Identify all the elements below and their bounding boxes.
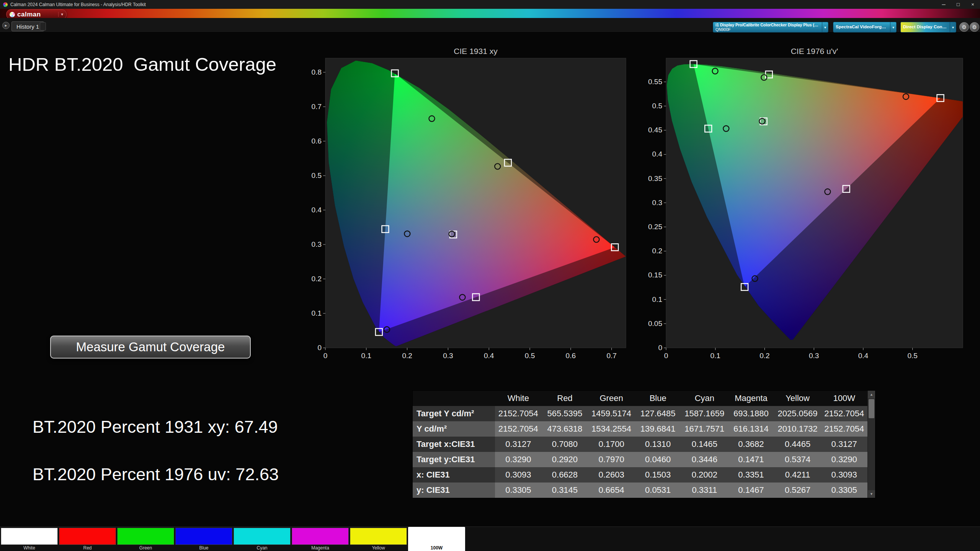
close-button[interactable]: × (965, 0, 980, 9)
svg-text:0: 0 (323, 352, 328, 360)
scroll-track[interactable] (868, 398, 875, 490)
maximize-button[interactable]: □ (951, 0, 965, 9)
table-scrollbar[interactable]: ▲ ▼ (867, 391, 875, 498)
history-tab-label: History 1 (16, 23, 39, 30)
tab-history-1[interactable]: History 1 (11, 21, 44, 31)
table-cell: 139.6841 (635, 421, 681, 437)
table-cell: 0.7080 (542, 437, 588, 452)
svg-text:0.2: 0.2 (402, 352, 412, 360)
app-icon (3, 2, 8, 7)
svg-text:0.1: 0.1 (312, 309, 322, 317)
table-header-row: WhiteRedGreenBlueCyanMagentaYellow100W (413, 391, 867, 406)
table-cell: 0.3305 (821, 483, 867, 498)
chevron-down-icon[interactable]: ▾ (58, 12, 63, 17)
table-row: Target x:CIE310.31270.70800.17000.13100.… (413, 437, 867, 452)
generator-label: SpectraCal VideoForge Pro (836, 24, 888, 29)
chevron-down-icon[interactable]: ▾ (822, 22, 828, 32)
window-titlebar: Calman 2024 Calman Ultimate for Business… (0, 0, 980, 9)
tab-stub[interactable] (40, 22, 46, 31)
swatch-color (350, 528, 407, 545)
column-header-red: Red (542, 391, 588, 406)
swatch-label: White (1, 545, 58, 551)
table-cell: 1534.2554 (588, 421, 635, 437)
scroll-down-button[interactable]: ▼ (868, 490, 875, 498)
svg-text:0.2: 0.2 (760, 352, 769, 360)
svg-text:0.5: 0.5 (907, 352, 917, 360)
gamut-table-body: WhiteRedGreenBlueCyanMagentaYellow100WTa… (413, 391, 867, 498)
row-label: x: CIE31 (413, 467, 495, 483)
swatch-color (408, 528, 465, 545)
svg-text:0.5: 0.5 (652, 102, 662, 110)
table-cell: 0.2920 (542, 452, 588, 467)
swatch-blue[interactable]: Blue (175, 527, 232, 551)
cie-1931-chart: 00.10.20.30.40.50.60.700.10.20.30.40.50.… (302, 54, 633, 363)
cie-1976-chart: 00.10.20.30.40.500.050.10.150.20.250.30.… (643, 54, 970, 363)
minimize-button[interactable]: ─ (936, 0, 951, 9)
calman-flower-icon (10, 12, 15, 17)
table-cell: 0.3127 (495, 437, 542, 452)
table-cell: 0.4465 (774, 437, 821, 452)
svg-text:0.6: 0.6 (566, 352, 576, 360)
gamut-table: WhiteRedGreenBlueCyanMagentaYellow100WTa… (413, 391, 875, 498)
expand-panel-button[interactable]: ▸ (2, 22, 10, 29)
measure-gamut-coverage-button[interactable]: Measure Gamut Coverage (50, 336, 251, 359)
table-cell: 0.4211 (774, 467, 821, 483)
table-cell: 0.2002 (681, 467, 728, 483)
swatch-bar: WhiteRedGreenBlueCyanMagentaYellow100W (1, 527, 465, 551)
table-cell: 0.6654 (588, 483, 635, 498)
table-cell: 2152.7054 (495, 421, 542, 437)
table-cell: 127.6485 (635, 406, 681, 421)
swatch-label: Blue (175, 545, 232, 551)
window-controls: ─ □ × (936, 0, 980, 9)
column-header-cyan: Cyan (681, 391, 728, 406)
table-cell: 0.1310 (635, 437, 681, 452)
window-title: Calman 2024 Calman Ultimate for Business… (10, 2, 146, 7)
coverage-result-1976: BT.2020 Percent 1976 uv: 72.63 (33, 465, 279, 484)
svg-text:0.05: 0.05 (648, 320, 662, 328)
svg-text:0.2: 0.2 (652, 247, 662, 255)
swatch-color (59, 528, 116, 545)
scroll-thumb[interactable] (869, 399, 874, 418)
svg-text:0: 0 (664, 352, 668, 360)
table-corner-cell (413, 391, 495, 406)
chevron-down-icon[interactable]: ▾ (890, 22, 896, 32)
scroll-down-icon: ▼ (870, 492, 873, 496)
swatch-cyan[interactable]: Cyan (234, 527, 291, 551)
meter-dropdown-colorimeter[interactable]: i1 Display Pro/Calibrite ColorChecker Di… (713, 22, 828, 33)
svg-text:0.3: 0.3 (652, 199, 662, 207)
svg-text:0: 0 (317, 344, 322, 352)
swatch-label: Green (117, 545, 174, 551)
scroll-up-button[interactable]: ▲ (868, 391, 875, 398)
row-label: y: CIE31 (413, 483, 495, 498)
swatch-yellow[interactable]: Yellow (350, 527, 407, 551)
swatch-red[interactable]: Red (59, 527, 116, 551)
table-cell: 2152.7054 (495, 406, 542, 421)
table-cell: 0.2603 (588, 467, 635, 483)
svg-text:0: 0 (658, 344, 662, 352)
colorimeter-display: QN900F (715, 27, 820, 32)
table-cell: 0.3311 (681, 483, 728, 498)
table-cell: 1587.1659 (681, 406, 728, 421)
table-cell: 0.3305 (495, 483, 542, 498)
svg-text:0.3: 0.3 (809, 352, 819, 360)
table-cell: 0.1467 (728, 483, 774, 498)
settings-gear-button[interactable]: ⚙ (959, 22, 969, 32)
swatch-label: Yellow (350, 545, 407, 551)
row-label: Y cd/m² (413, 421, 495, 437)
chevron-down-icon[interactable]: ▾ (950, 22, 956, 32)
table-cell: 2025.0569 (774, 406, 821, 421)
svg-text:0.5: 0.5 (525, 352, 535, 360)
swatch-white[interactable]: White (1, 527, 58, 551)
table-cell: 0.3290 (821, 452, 867, 467)
table-cell: 0.3290 (495, 452, 542, 467)
swatch-100w[interactable]: 100W (408, 527, 465, 551)
table-cell: 0.3145 (542, 483, 588, 498)
settings-gear-button-2[interactable]: ⚙ (970, 22, 979, 32)
table-cell: 0.3682 (728, 437, 774, 452)
meter-dropdown-generator[interactable]: SpectraCal VideoForge Pro ▾ (833, 22, 897, 33)
swatch-magenta[interactable]: Magenta (292, 527, 349, 551)
swatch-green[interactable]: Green (117, 527, 174, 551)
row-label: Target y:CIE31 (413, 452, 495, 467)
meter-dropdown-display-control[interactable]: Direct Display Control ▾ (900, 22, 956, 33)
column-header-100w: 100W (821, 391, 867, 406)
